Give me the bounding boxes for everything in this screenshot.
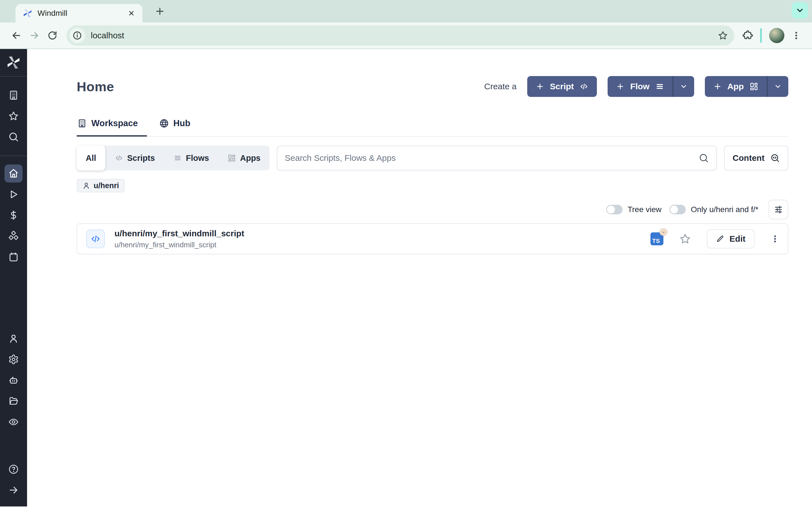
filter-all[interactable]: All — [77, 146, 105, 170]
browser-toolbar: localhost — [0, 22, 812, 49]
sliders-icon — [773, 205, 783, 215]
browser-window: Windmill localhost — [0, 0, 812, 49]
sidebar-item-schedules[interactable] — [4, 248, 22, 266]
tab-workspace-label: Workspace — [91, 118, 138, 128]
create-flow-label: Flow — [630, 82, 649, 91]
folder-open-icon — [8, 396, 19, 406]
tab-title: Windmill — [38, 9, 123, 18]
search-icon — [699, 153, 709, 163]
display-settings-button[interactable] — [769, 200, 788, 219]
script-list-item[interactable]: u/henri/my_first_windmill_script u/henri… — [77, 223, 788, 255]
row-menu-icon[interactable] — [770, 234, 780, 244]
sidebar-divider — [0, 156, 27, 156]
site-info-icon[interactable] — [69, 27, 85, 43]
flow-lines-icon — [173, 154, 182, 162]
only-owner-label: Only u/henri and f/* — [691, 205, 758, 214]
url-bar[interactable]: localhost — [66, 25, 734, 46]
kind-filter-group: All Scripts Flows — [77, 146, 269, 170]
plus-icon — [616, 82, 624, 91]
pencil-icon — [716, 235, 724, 243]
script-title[interactable]: u/henri/my_first_windmill_script — [114, 229, 244, 238]
tab-search-chevron-button[interactable] — [792, 2, 808, 18]
reload-button[interactable] — [43, 26, 61, 45]
forward-button[interactable] — [26, 26, 43, 45]
play-icon — [8, 189, 19, 200]
bot-icon — [8, 375, 19, 386]
sidebar-item-favorites[interactable] — [4, 107, 22, 125]
windmill-favicon-icon — [23, 8, 33, 18]
close-tab-icon[interactable] — [128, 10, 135, 17]
globe-icon — [159, 119, 169, 128]
sidebar-item-resources[interactable] — [4, 227, 22, 245]
tree-view-label: Tree view — [627, 205, 661, 214]
sidebar-item-audit-logs[interactable] — [4, 413, 22, 431]
filter-all-label: All — [86, 154, 96, 163]
windmill-logo-icon[interactable] — [6, 55, 21, 70]
flow-lines-icon — [655, 82, 664, 91]
search-code-icon — [770, 153, 780, 163]
create-app-dropdown[interactable] — [767, 76, 788, 97]
sidebar-item-folders[interactable] — [4, 392, 22, 410]
owner-chip-label: u/henri — [94, 181, 119, 190]
filter-scripts[interactable]: Scripts — [106, 146, 164, 170]
owner-filter-chip[interactable]: u/henri — [77, 179, 124, 192]
extensions-puzzle-icon[interactable] — [739, 27, 756, 44]
create-app-button[interactable]: App — [705, 76, 788, 97]
plus-icon — [536, 82, 544, 91]
bookmark-star-icon[interactable] — [715, 27, 731, 43]
typescript-badge-label: TS — [652, 237, 660, 244]
search-icon — [8, 131, 19, 142]
edit-button[interactable]: Edit — [707, 229, 755, 248]
create-flow-dropdown[interactable] — [673, 76, 694, 97]
user-icon — [8, 333, 19, 344]
home-icon — [8, 168, 19, 179]
search-input[interactable] — [285, 153, 693, 163]
filter-scripts-label: Scripts — [127, 154, 155, 163]
script-path: u/henri/my_first_windmill_script — [114, 240, 244, 249]
create-flow-button[interactable]: Flow — [608, 76, 694, 97]
toolbar-separator — [760, 28, 762, 43]
browser-tab[interactable]: Windmill — [15, 4, 142, 22]
tree-view-toggle[interactable] — [606, 205, 622, 214]
page-title: Home — [77, 79, 114, 94]
sidebar-item-search[interactable] — [4, 128, 22, 146]
gear-icon — [8, 354, 19, 365]
calendar-icon — [8, 251, 19, 262]
layout-dashboard-icon — [749, 82, 758, 91]
search-box[interactable] — [277, 146, 717, 170]
tab-hub[interactable]: Hub — [159, 118, 199, 136]
tab-workspace[interactable]: Workspace — [77, 118, 147, 136]
sidebar-expand-button[interactable] — [4, 481, 22, 499]
building-icon — [77, 119, 87, 128]
sidebar-item-home[interactable] — [4, 165, 22, 182]
filter-apps[interactable]: Apps — [218, 146, 269, 170]
sidebar-item-workspace[interactable] — [4, 86, 22, 104]
back-button[interactable] — [7, 26, 26, 45]
sidebar-item-variables[interactable] — [4, 206, 22, 224]
create-script-button[interactable]: Script — [527, 76, 597, 97]
filter-apps-label: Apps — [240, 154, 260, 163]
dollar-icon — [8, 210, 19, 221]
code-icon — [115, 154, 123, 162]
chevron-down-icon — [774, 82, 782, 91]
boxes-icon — [8, 231, 19, 241]
windmill-app: Home Create a Script — [0, 49, 812, 506]
profile-avatar[interactable] — [769, 28, 784, 43]
sidebar-item-users[interactable] — [4, 330, 22, 348]
help-circle-icon — [8, 464, 19, 474]
toggle-knob — [607, 206, 615, 214]
create-script-label: Script — [550, 82, 574, 91]
sidebar-item-settings[interactable] — [4, 350, 22, 369]
filter-flows[interactable]: Flows — [164, 146, 218, 170]
sidebar-item-workers[interactable] — [4, 371, 22, 389]
toggle-knob — [670, 206, 678, 214]
edit-button-label: Edit — [729, 234, 746, 244]
new-tab-button[interactable] — [152, 3, 168, 19]
sidebar-item-runs[interactable] — [4, 185, 22, 203]
sidebar-item-help[interactable] — [4, 460, 22, 478]
only-owner-toggle[interactable] — [669, 205, 686, 214]
favorite-star-icon[interactable] — [679, 233, 691, 245]
browser-menu-icon[interactable] — [788, 27, 805, 44]
content-search-button[interactable]: Content — [724, 146, 788, 170]
workspace-hub-tabs: Workspace Hub — [77, 118, 788, 136]
